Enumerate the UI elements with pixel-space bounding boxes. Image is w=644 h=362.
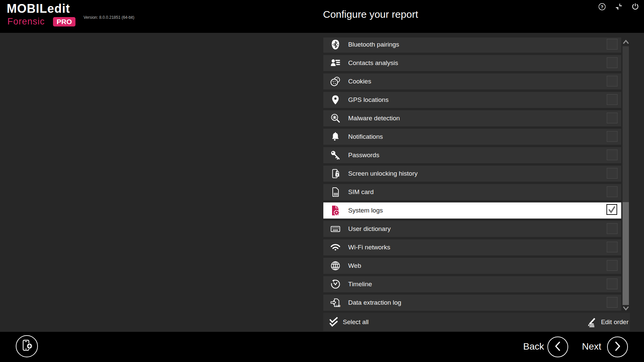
svg-text:Log: Log [336,304,340,307]
report-item-checkbox[interactable] [607,76,618,86]
add-phone-button[interactable] [16,335,38,357]
back-button-label[interactable]: Back [523,340,544,353]
version-text: Version: 8.0.0.21851 (64-bit) [84,15,134,20]
report-item-row[interactable]: Notifications [323,129,621,145]
app-logo: MOBILedit [7,2,70,15]
report-item-checkbox[interactable] [607,168,618,179]
edit-order-label: Edit order [601,318,629,326]
report-item-row[interactable]: Cookies [323,73,621,89]
report-item-row[interactable]: Timeline [323,276,621,292]
report-item-row[interactable]: Contacts analysis [323,55,621,71]
report-item-checkbox[interactable] [607,223,618,234]
report-item-checkbox[interactable] [607,57,618,68]
report-item-checkbox[interactable] [607,149,618,160]
add-phone-icon [20,339,34,354]
svg-text:?: ? [601,4,603,9]
report-item-row[interactable]: LogData extraction log [323,295,621,311]
report-item-label: Cookies [348,73,371,89]
report-item-label: Passwords [348,147,379,163]
screen-unlocking-icon [330,168,341,179]
report-item-label: Wi-Fi networks [348,239,390,255]
report-item-label: User dictionary [348,221,391,237]
select-all-button[interactable]: Select all [329,313,369,331]
system-logs-icon [330,205,341,216]
report-item-checkbox[interactable] [607,94,618,105]
web-icon [330,260,341,271]
data-extraction-log-icon: Log [330,297,341,308]
report-item-label: Timeline [348,276,372,292]
report-item-checkbox[interactable] [607,260,618,271]
report-item-checkbox[interactable] [607,131,618,142]
wifi-icon [330,242,341,253]
header-bar: MOBILedit Forensic PRO Version: 8.0.0.21… [0,0,644,33]
passwords-icon [330,150,341,161]
report-item-checkbox[interactable] [607,186,618,197]
next-button-label[interactable]: Next [582,340,601,353]
report-item-checkbox[interactable] [607,113,618,123]
report-item-checkbox[interactable] [607,39,618,50]
report-item-row[interactable]: Web [323,258,621,274]
chevron-left-icon [553,341,563,353]
report-item-label: Notifications [348,129,383,145]
report-item-label: SIM card [348,184,374,200]
report-item-label: Screen unlocking history [348,166,418,182]
chevron-right-icon [612,341,623,353]
bluetooth-icon [330,39,341,50]
report-item-list: Bluetooth pairingsContacts analysisCooki… [323,38,621,312]
scrollbar-thumb[interactable] [623,202,629,305]
report-item-label: Bluetooth pairings [348,38,399,53]
back-button[interactable] [547,337,568,357]
report-item-row[interactable]: Malware detection [323,110,621,126]
report-item-row[interactable]: GPS locations [323,92,621,108]
edit-order-button[interactable]: Edit order [585,313,629,331]
scroll-up-icon[interactable] [623,39,629,45]
user-dictionary-icon [330,224,341,234]
report-item-label: Data extraction log [348,295,401,311]
edit-order-icon [585,317,597,327]
scroll-down-icon[interactable] [623,306,629,311]
help-icon[interactable]: ? [598,3,606,11]
pro-badge: PRO [53,17,75,26]
report-item-label: Contacts analysis [348,55,398,71]
report-item-row[interactable]: System logs [323,202,621,219]
contacts-analysis-icon [330,58,341,68]
app-logo-forensic: Forensic [7,16,45,26]
report-item-row[interactable]: User dictionary [323,221,621,237]
report-item-label: GPS locations [348,92,388,108]
list-footer-bar: Select all Edit order [323,313,630,331]
report-item-row[interactable]: Bluetooth pairings [323,38,621,53]
next-button[interactable] [607,337,628,357]
report-item-checkbox[interactable] [606,204,617,215]
report-item-row[interactable]: SIM card [323,184,621,200]
configure-report-screen: MOBILedit Forensic PRO Version: 8.0.0.21… [0,0,644,362]
page-title: Configure your report [323,9,418,20]
gps-locations-icon [330,95,341,105]
report-item-row[interactable]: Wi-Fi networks [323,239,621,255]
report-item-row[interactable]: Screen unlocking history [323,166,621,182]
report-item-label: System logs [348,202,383,219]
report-item-label: Malware detection [348,110,400,126]
scrollbar-track[interactable] [623,46,629,305]
restore-window-icon[interactable] [615,3,623,11]
notifications-icon [330,131,341,142]
report-item-checkbox[interactable] [607,279,618,289]
power-icon[interactable] [631,3,639,11]
malware-detection-icon [330,113,341,124]
report-item-row[interactable]: Passwords [323,147,621,163]
cookies-icon [330,76,341,87]
footer-bar: Back Next [0,332,644,362]
report-item-checkbox[interactable] [607,242,618,252]
sim-card-icon [330,187,341,197]
report-item-checkbox[interactable] [607,297,618,308]
report-item-label: Web [348,258,361,274]
select-all-icon [329,317,338,327]
select-all-label: Select all [343,318,369,326]
timeline-icon [330,279,341,290]
